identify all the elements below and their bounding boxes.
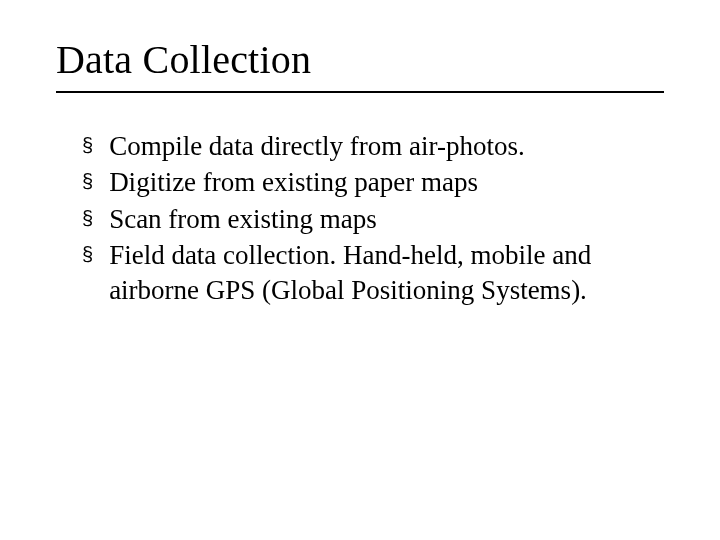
bullet-list: § Compile data directly from air-photos.… xyxy=(56,129,664,308)
list-item-text: Scan from existing maps xyxy=(109,202,664,237)
list-item: § Digitize from existing paper maps xyxy=(82,165,664,200)
section-icon: § xyxy=(82,169,93,195)
list-item-text: Digitize from existing paper maps xyxy=(109,165,664,200)
section-icon: § xyxy=(82,242,93,268)
list-item: § Compile data directly from air-photos. xyxy=(82,129,664,164)
section-icon: § xyxy=(82,206,93,232)
list-item-text: Field data collection. Hand-held, mobile… xyxy=(109,238,664,307)
section-icon: § xyxy=(82,133,93,159)
title-underline xyxy=(56,91,664,93)
list-item: § Scan from existing maps xyxy=(82,202,664,237)
list-item: § Field data collection. Hand-held, mobi… xyxy=(82,238,664,307)
slide: Data Collection § Compile data directly … xyxy=(0,0,720,540)
slide-title: Data Collection xyxy=(56,36,664,83)
list-item-text: Compile data directly from air-photos. xyxy=(109,129,664,164)
